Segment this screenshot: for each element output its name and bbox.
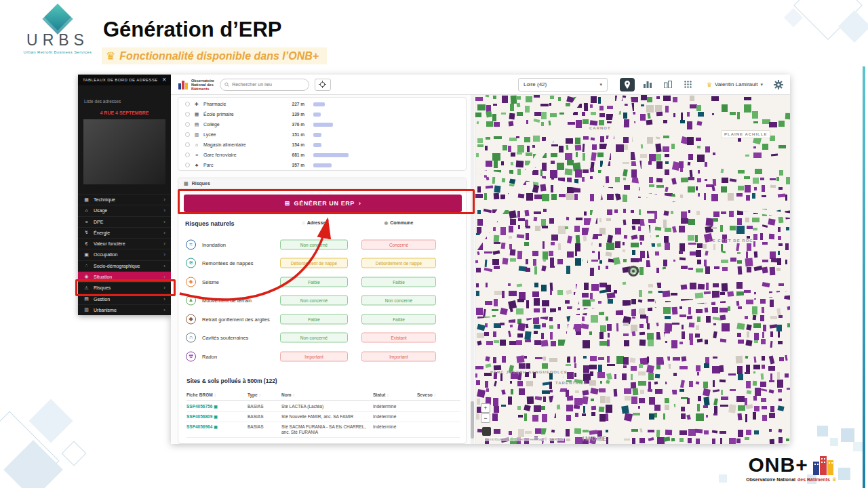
map-building <box>599 341 608 346</box>
risk-label: Radon <box>202 353 217 359</box>
map-building <box>517 251 522 259</box>
radio-button[interactable] <box>185 132 190 137</box>
radio-button[interactable] <box>185 163 190 167</box>
city-map[interactable]: CARNOTPLAINE ACHILLELE CRÊT DE ROCTARENT… <box>475 95 790 444</box>
radio-button[interactable] <box>185 122 190 127</box>
map-building <box>484 208 492 213</box>
zoom-out-button[interactable]: − <box>481 413 490 423</box>
scrollbar-thumb[interactable] <box>471 401 474 439</box>
search-input[interactable] <box>232 82 304 87</box>
map-building <box>785 195 787 200</box>
risk-row: ◆Retrait gonflement des argilesFaibleFai… <box>178 310 466 329</box>
map-building <box>663 307 671 314</box>
radio-button[interactable] <box>185 152 190 157</box>
sort-icon[interactable]: ↕ <box>434 393 436 397</box>
sidebar-item-valeur-fonci-re[interactable]: €Valeur foncière› <box>78 238 171 249</box>
sidebar-item-urbanisme[interactable]: ▥Urbanisme› <box>78 304 171 315</box>
sidebar-item-icon: ▤ <box>83 296 90 302</box>
place-search[interactable] <box>220 79 309 91</box>
map-building <box>483 309 486 317</box>
apps-button[interactable] <box>681 78 696 92</box>
sidebar-item-icon: ∴ <box>83 263 90 268</box>
map-mode-button[interactable] <box>620 78 635 92</box>
sidebar-item-usage[interactable]: ⌂Usage› <box>78 205 171 216</box>
risk-icon: ∩ <box>186 333 196 343</box>
open-fiche-icon[interactable]: ▣ <box>214 405 218 409</box>
map-layers-button[interactable] <box>482 427 491 436</box>
sort-icon[interactable]: ↕ <box>387 393 389 397</box>
map-building <box>722 104 728 112</box>
chevron-right-icon: › <box>163 241 165 247</box>
amenity-icon: ▤ <box>193 122 200 127</box>
map-building <box>631 382 637 388</box>
crosshair-icon <box>319 81 326 88</box>
sidebar-item--nergie[interactable]: ↯Énergie› <box>78 227 171 238</box>
map-building <box>549 382 552 389</box>
map-building <box>567 371 574 379</box>
amenity-row[interactable]: ✚Pharmacie227 m <box>178 99 466 109</box>
map-building <box>533 317 540 324</box>
map-building <box>509 249 515 256</box>
selected-address[interactable]: 4 RUE 4 SEPTEMBRE <box>83 110 165 115</box>
sidebar-item-technique[interactable]: ▦Technique› <box>78 194 171 205</box>
amenity-row[interactable]: ▤Collège376 m <box>178 119 466 129</box>
map-building <box>690 340 694 345</box>
region-select[interactable]: Loire (42) ▾ <box>518 78 608 92</box>
map-building <box>778 187 783 190</box>
user-menu[interactable]: ♛ Valentin Lamirault ▾ <box>707 81 763 88</box>
chevron-right-icon: › <box>163 197 165 203</box>
sort-icon[interactable]: ↕ <box>292 393 294 397</box>
radio-button[interactable] <box>185 112 190 117</box>
map-building <box>777 193 785 197</box>
site-fiche-link[interactable]: SSP4056756 ▣ <box>186 404 248 409</box>
locate-button[interactable] <box>315 79 331 91</box>
map-building <box>599 388 606 392</box>
settings-button[interactable] <box>774 80 783 89</box>
map-watermark: IMOPE <box>583 435 608 442</box>
map-building <box>697 283 705 289</box>
map-place-label: PARC JOSEPH SANGUEDOLCE <box>490 370 568 374</box>
close-icon[interactable]: × <box>162 77 166 83</box>
sidebar-item-dpe[interactable]: ≡DPE› <box>78 216 171 227</box>
map-building <box>625 396 631 400</box>
map-building <box>754 340 759 342</box>
amenity-row[interactable]: ▦École primaire139 m <box>178 109 466 119</box>
map-building <box>592 144 597 150</box>
buildings-button[interactable] <box>660 78 675 92</box>
map-building <box>526 152 532 156</box>
map-building <box>776 268 781 271</box>
map-building <box>736 193 743 196</box>
stats-button[interactable] <box>640 78 655 92</box>
amenity-row[interactable]: ≡Gare ferroviaire681 m <box>178 150 466 160</box>
open-fiche-icon[interactable]: ▣ <box>214 425 218 429</box>
zoom-in-button[interactable]: + <box>481 403 490 413</box>
radio-button[interactable] <box>185 142 190 147</box>
map-building <box>477 210 481 214</box>
sidebar-item-socio-d-mographique[interactable]: ∴Socio-démographique› <box>78 260 171 271</box>
map-building <box>762 260 768 262</box>
sort-icon[interactable]: ↕ <box>259 393 261 397</box>
site-fiche-link[interactable]: SSP4056964 ▣ <box>186 424 248 430</box>
map-building <box>493 331 496 337</box>
map-building <box>697 317 701 322</box>
radio-button[interactable] <box>185 102 190 106</box>
map-building <box>549 317 553 321</box>
map-building <box>623 323 629 326</box>
map-building <box>551 194 557 200</box>
map-building <box>492 153 500 161</box>
risk-chip-adresse: Faible <box>280 277 348 287</box>
sidebar-item-icon: € <box>83 241 90 246</box>
map-building <box>591 260 597 262</box>
scrollbar-track[interactable] <box>471 95 474 444</box>
site-fiche-link[interactable]: SSP4056809 ▣ <box>186 414 248 420</box>
risques-section-icon: ▦ <box>184 181 189 186</box>
amenity-row[interactable]: ▥Lycée151 m <box>178 129 466 140</box>
urbs-diamond-icon <box>42 3 73 34</box>
map-building <box>696 105 701 111</box>
open-fiche-icon[interactable]: ▣ <box>214 415 218 419</box>
sort-icon[interactable]: ↕ <box>214 393 216 397</box>
amenity-row[interactable]: ♣Parc357 m <box>178 160 466 170</box>
map-building <box>576 218 583 221</box>
sidebar-item-occupation[interactable]: ▣Occupation› <box>78 249 171 260</box>
amenity-row[interactable]: ⌂Magasin alimentaire154 m <box>178 140 466 150</box>
